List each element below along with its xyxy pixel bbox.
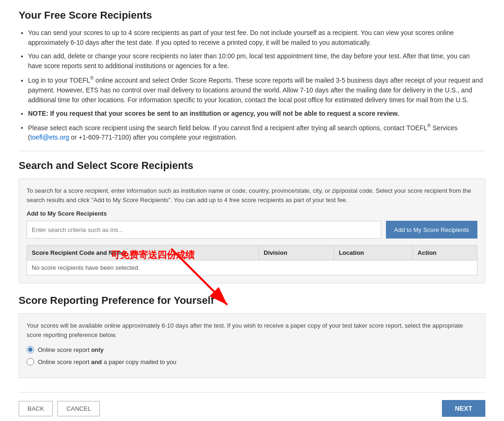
bullet-2: You can add, delete or change your score…	[28, 51, 485, 71]
footer-bar: BACK CANCEL NEXT	[19, 392, 485, 417]
preference-section: Your scores will be available online app…	[19, 313, 485, 378]
recipients-table: Score Recipient Code and Name Division L…	[27, 245, 477, 275]
no-recipients-text: No score recipients have been selected.	[27, 260, 477, 275]
radio-online-only[interactable]	[27, 346, 34, 353]
info-bullets: You can send your scores to up to 4 scor…	[28, 28, 485, 142]
pref-description: Your scores will be available online app…	[27, 321, 477, 339]
section2-title: Search and Select Score Recipients	[19, 160, 485, 172]
footer-left-buttons: BACK CANCEL	[19, 401, 100, 416]
col-location: Location	[334, 246, 413, 260]
next-button[interactable]: NEXT	[442, 400, 485, 417]
radio-option2-row: Online score report and a paper copy mai…	[27, 358, 477, 365]
radio-paper-copy-label[interactable]: Online score report and a paper copy mai…	[38, 358, 176, 365]
add-label: Add to My Score Recipients	[27, 210, 477, 217]
add-to-recipients-button[interactable]: Add to My Score Recipients	[386, 221, 477, 239]
radio-option1-row: Online score report only	[27, 346, 477, 353]
table-header-row: Score Recipient Code and Name Division L…	[27, 246, 477, 260]
search-input[interactable]	[27, 221, 381, 239]
bullet-1: You can send your scores to up to 4 scor…	[28, 28, 485, 48]
search-row: 可免费寄送四份成绩 Add to My Score Recipients	[27, 221, 477, 239]
col-action: Action	[413, 246, 477, 260]
toefl-email-link[interactable]: toefl@ets.org	[30, 133, 69, 141]
search-section: To search for a score recipient, enter i…	[19, 178, 485, 283]
bullet-5: Please select each score recipient using…	[28, 122, 485, 143]
back-button[interactable]: BACK	[19, 401, 53, 416]
section-divider	[19, 151, 485, 151]
col-code-name: Score Recipient Code and Name	[27, 246, 259, 260]
bullet-4: NOTE: If you request that your scores be…	[28, 109, 485, 119]
section3-title: Score Reporting Preference for Yourself	[19, 295, 485, 307]
section1-title: Your Free Score Recipients	[19, 9, 485, 21]
cancel-button[interactable]: CANCEL	[57, 401, 100, 416]
no-recipients-row: No score recipients have been selected.	[27, 260, 477, 275]
col-division: Division	[259, 246, 334, 260]
bullet-3: Log in to your TOEFL® online account and…	[28, 75, 485, 105]
radio-paper-copy[interactable]	[27, 358, 34, 365]
radio-online-only-label[interactable]: Online score report only	[38, 346, 104, 353]
search-description: To search for a score recipient, enter i…	[27, 186, 477, 204]
